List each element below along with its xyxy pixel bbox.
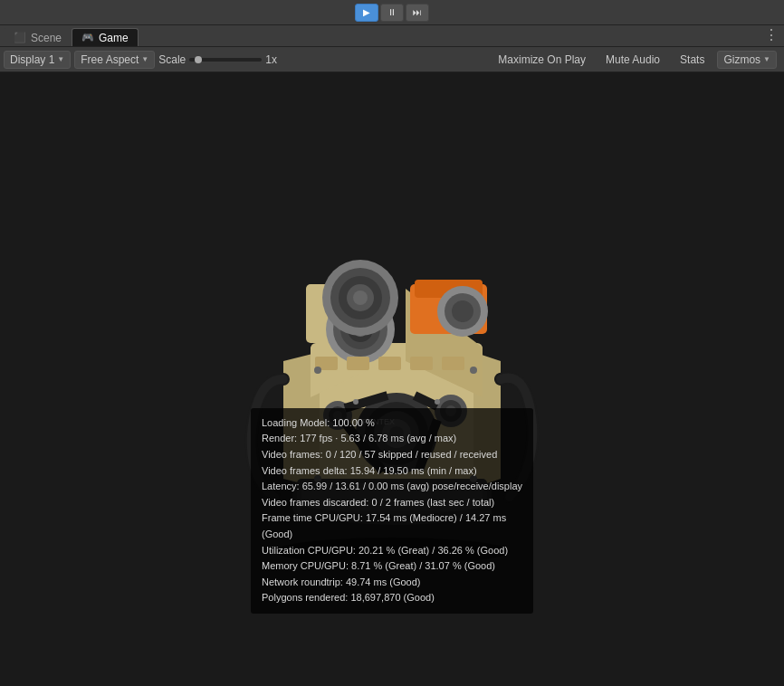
scene-icon: ⬛ — [14, 32, 26, 43]
gizmos-label: Gizmos — [723, 53, 760, 66]
display-arrow-icon: ▼ — [57, 55, 64, 63]
scale-text: Scale — [158, 53, 186, 66]
display-label: Display 1 — [10, 53, 54, 66]
stats-line1: Loading Model: 100.00 % — [262, 415, 522, 432]
stats-line9: Utilization CPU/GPU: 20.21 % (Great) / 3… — [262, 543, 522, 559]
tab-game[interactable]: 🎮 Game — [72, 28, 139, 46]
stats-line10: Memory CPU/GPU: 8.71 % (Great) / 31.07 %… — [262, 558, 522, 575]
svg-rect-35 — [410, 357, 433, 370]
maximize-on-play-button[interactable]: Maximize On Play — [491, 52, 593, 68]
tab-game-label: Game — [99, 32, 129, 44]
stats-line8: (Good) — [262, 527, 522, 543]
svg-point-42 — [353, 399, 359, 405]
stats-line2: Render: 177 fps · 5.63 / 6.78 ms (avg / … — [262, 431, 522, 447]
aspect-dropdown[interactable]: Free Aspect ▼ — [74, 51, 155, 69]
stats-line12: Polygons rendered: 18,697,870 (Good) — [262, 590, 522, 606]
svg-rect-36 — [442, 357, 464, 370]
display-dropdown[interactable]: Display 1 ▼ — [4, 51, 71, 69]
play-button[interactable]: ▶ — [355, 4, 378, 22]
game-icon: 🎮 — [81, 32, 94, 43]
stats-line11: Network roundtrip: 49.74 ms (Good) — [262, 575, 522, 591]
stats-line7: Frame time CPU/GPU: 17.54 ms (Mediocre) … — [262, 510, 522, 527]
svg-rect-33 — [347, 357, 369, 370]
tab-scene[interactable]: ⬛ Scene — [4, 28, 72, 46]
scale-thumb — [195, 56, 202, 63]
svg-point-18 — [452, 300, 473, 322]
gizmos-dropdown[interactable]: Gizmos ▼ — [717, 51, 777, 69]
stats-button[interactable]: Stats — [673, 52, 712, 68]
step-button[interactable]: ⏭ — [406, 4, 429, 22]
svg-rect-34 — [378, 357, 401, 370]
aspect-label: Free Aspect — [81, 53, 139, 66]
tab-bar: ⬛ Scene 🎮 Game ⋮ — [0, 25, 784, 47]
stats-line5: Latency: 65.99 / 13.61 / 0.00 ms (avg) p… — [262, 479, 522, 495]
scale-track[interactable] — [189, 58, 262, 62]
toolbar: Display 1 ▼ Free Aspect ▼ Scale 1x Maxim… — [0, 47, 784, 72]
stats-line4: Video frames delta: 15.94 / 19.50 ms (mi… — [262, 463, 522, 480]
engine-area: PENTEX Loading Model: 100.00 % Render: 1… — [0, 72, 784, 686]
scale-control: Scale 1x — [158, 53, 277, 66]
toolbar-right: Maximize On Play Mute Audio Stats Gizmos… — [491, 51, 784, 69]
svg-point-43 — [435, 399, 440, 405]
svg-point-38 — [314, 367, 321, 374]
tab-more-button[interactable]: ⋮ — [764, 24, 784, 46]
scale-value: 1x — [265, 53, 277, 66]
pause-button[interactable]: ⏸ — [380, 4, 404, 22]
tab-scene-label: Scene — [31, 32, 62, 44]
viewport: PENTEX Loading Model: 100.00 % Render: 1… — [0, 72, 784, 686]
mute-audio-button[interactable]: Mute Audio — [598, 52, 667, 68]
aspect-arrow-icon: ▼ — [141, 55, 148, 63]
stats-overlay: Loading Model: 100.00 % Render: 177 fps … — [251, 408, 533, 614]
stats-line3: Video frames: 0 / 120 / 57 skipped / reu… — [262, 447, 522, 463]
svg-point-15 — [353, 291, 368, 305]
transport-bar: ▶ ⏸ ⏭ — [0, 0, 784, 25]
toolbar-left: Display 1 ▼ Free Aspect ▼ Scale 1x — [0, 51, 491, 69]
gizmos-arrow-icon: ▼ — [763, 55, 770, 63]
stats-line6: Video frames discarded: 0 / 2 frames (la… — [262, 495, 522, 511]
svg-point-39 — [470, 367, 477, 374]
